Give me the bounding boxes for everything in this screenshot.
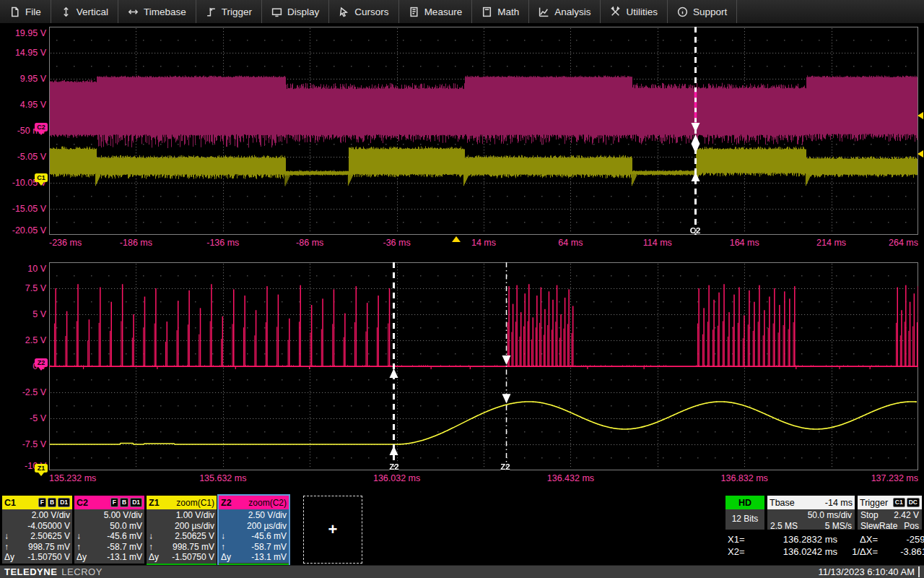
menu-cursors[interactable]: Cursors (329, 0, 398, 23)
z2-tdiv: 200 µs/div (235, 521, 287, 532)
zoom-graticule-canvas[interactable] (49, 262, 918, 470)
hd-mode-box[interactable]: HD 12 Bits (725, 496, 764, 530)
c1-vdiv: 2.00 V/div (19, 510, 70, 521)
c1-level-chip[interactable]: C1 (35, 173, 48, 182)
zoom-y-tick-label: -5 V (1, 413, 46, 423)
x2-value: 136.0242 ms (757, 545, 837, 558)
zoom-x-tick-label: 136.432 ms (547, 473, 594, 483)
zoom-descriptor-z1[interactable]: Z1 zoom(C1) 1.00 V/div 200 µs/div ↓2.506… (147, 496, 217, 565)
menu-display[interactable]: Display (262, 0, 329, 23)
c1-max-icon: ↑ (4, 542, 19, 553)
menu-trigger[interactable]: Trigger (196, 0, 262, 23)
menu-vertical[interactable]: Vertical (51, 0, 118, 23)
tbase-scale: 50.0 ms/div (808, 510, 852, 521)
menu-utilities[interactable]: Utilities (601, 0, 668, 23)
main-x-tick-label: -36 ms (383, 238, 410, 248)
menu-support-label: Support (693, 7, 727, 17)
menu-vertical-label: Vertical (77, 7, 108, 17)
zoom-descriptor-z2-selected[interactable]: Z2 zoom(C2) 2.50 V/div 200 µs/div ↓-45.6… (219, 496, 289, 565)
trigger-coupling-badge: DC (907, 498, 920, 507)
tbase-samples: 2.5 MS (770, 521, 798, 532)
main-cursor-label[interactable]: C2 (690, 226, 701, 235)
z2-max: -58.7 mV (235, 542, 287, 553)
main-x-tick-label: -136 ms (206, 238, 239, 248)
trigger-title: Trigger (860, 498, 888, 508)
trigger-type: SlewRate (860, 521, 897, 532)
main-y-tick-label: -5.05 V (1, 152, 46, 162)
menu-file[interactable]: File (0, 0, 51, 23)
x2-label: X2= (728, 545, 757, 558)
main-y-tick-label: 9.95 V (1, 74, 46, 84)
menu-math-label: Math (497, 7, 519, 17)
c2-dy-label: Δy (77, 552, 91, 563)
c2-max-icon: ↑ (77, 542, 91, 553)
dx-label: ΔX= (837, 533, 878, 545)
menu-analysis[interactable]: Analysis (529, 0, 601, 23)
main-y-tick-label: -15.05 V (1, 204, 46, 214)
menu-timebase-label: Timebase (144, 7, 186, 17)
clock[interactable]: 11/13/2023 6:10:40 AM (819, 566, 920, 577)
c1-badge-d1: D1 (58, 498, 70, 507)
z2-dy: -13.1 mV (235, 552, 287, 563)
trigger-position-marker-icon[interactable] (452, 236, 461, 242)
z2-dy-label: Δy (221, 552, 235, 563)
zoom-y-tick-label: 2.5 V (1, 335, 46, 345)
channel-descriptor-c1[interactable]: C1 FBD1 2.00 V/div -4.05000 V ↓2.50625 V… (2, 496, 72, 564)
menu-timebase[interactable]: Timebase (118, 0, 196, 23)
c2-level-chip[interactable]: C2 (35, 123, 48, 131)
c1-dy-label: Δy (4, 552, 19, 563)
menu-support[interactable]: Support (668, 0, 737, 23)
c2-min: -45.6 mV (91, 531, 142, 542)
zoom-x-tick-label: 136.832 ms (721, 473, 768, 483)
c1-dy: -1.50750 V (19, 552, 70, 563)
z1-max: 998.75 mV (163, 542, 214, 553)
z2-title: Z2 (221, 498, 232, 508)
c2-badge-f: F (110, 498, 118, 507)
tbase-offset: -14 ms (825, 498, 853, 508)
trigger-slope: Pos (904, 521, 919, 532)
z1-min: 2.50625 V (163, 531, 214, 542)
zoom-x-tick-label: 135.632 ms (199, 473, 246, 483)
main-x-tick-label: 264 ms (889, 238, 918, 248)
z2-min: -45.6 mV (235, 531, 287, 542)
add-trace-box[interactable]: + (303, 496, 362, 564)
z1-title: Z1 (149, 498, 160, 508)
zoom-cursor2-label[interactable]: Z2 (500, 462, 510, 471)
invdx-label: 1/ΔX= (837, 545, 878, 558)
zoom-x-tick-label: 136.032 ms (373, 473, 420, 483)
main-x-tick-label: 214 ms (816, 238, 846, 248)
z1-max-icon: ↑ (149, 542, 163, 553)
trigger-box[interactable]: Trigger C1DC Stop 2.42 V SlewRate Pos (858, 496, 922, 530)
right-edge-marker-lower-icon (918, 150, 923, 158)
menu-math[interactable]: Math (472, 0, 529, 23)
c1-min-icon: ↓ (4, 531, 19, 542)
c2-min-icon: ↓ (77, 531, 91, 542)
hd-title: HD (725, 496, 764, 509)
z1-min-icon: ↓ (149, 531, 163, 542)
c2-dy: -13.1 mV (91, 552, 142, 563)
timebase-box[interactable]: Tbase -14 ms 50.0 ms/div 2.5 MS 5 MS/s (767, 496, 855, 530)
channel-descriptor-c2[interactable]: C2 FBD1 5.00 V/div 50.0 mV ↓-45.6 mV ↑-5… (74, 496, 144, 564)
zoom-cursor1-label[interactable]: Z2 (389, 462, 398, 471)
file-icon (9, 7, 20, 17)
c1-title: C1 (4, 498, 16, 508)
menu-utilities-label: Utilities (626, 7, 658, 17)
c1-badge-f: F (38, 498, 46, 507)
zoom-x-tick-label: 137.232 ms (871, 473, 918, 483)
trigger-mode: Stop (860, 510, 879, 521)
chart-icon (539, 7, 549, 17)
z1-vdiv: 1.00 V/div (163, 510, 214, 521)
main-graticule-canvas[interactable] (49, 27, 918, 235)
right-edge-marker-upper-icon (918, 112, 923, 119)
invdx-value: -3.861 kHz (878, 545, 924, 558)
z2-level-chip[interactable]: Z2 (35, 358, 48, 367)
menu-analysis-label: Analysis (554, 7, 590, 17)
c2-badge-d1: D1 (130, 498, 142, 507)
monitor-icon (271, 7, 282, 17)
z1-source: zoom(C1) (176, 498, 214, 508)
z1-level-chip[interactable]: Z1 (35, 464, 48, 473)
status-bar: TELEDYNE LECROY 11/13/2023 6:10:40 AM (0, 565, 924, 578)
menu-measure-label: Measure (424, 7, 463, 17)
menu-measure[interactable]: Measure (399, 0, 473, 23)
z1-dy: -1.50750 V (163, 552, 214, 563)
